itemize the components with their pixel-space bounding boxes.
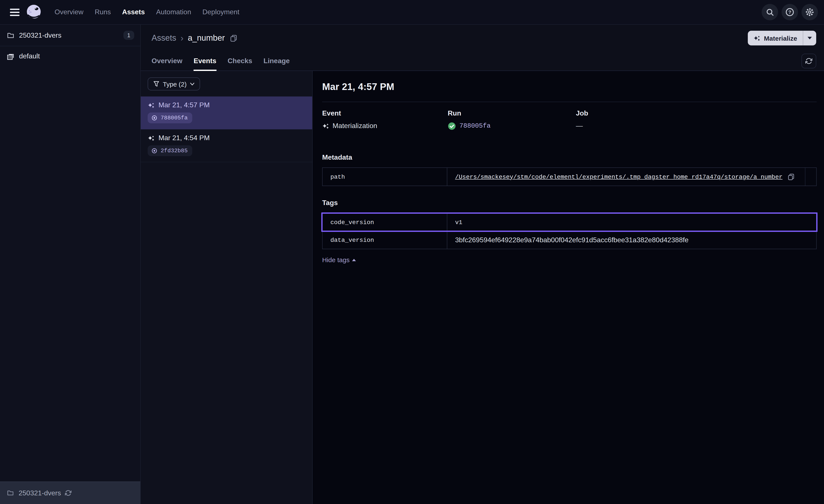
tags-table: code_version v1 data_version 3bfc269594e…	[322, 213, 817, 249]
search-icon	[766, 8, 774, 16]
metadata-table: path /Users/smackesey/stm/code/elementl/…	[322, 167, 817, 186]
code-location-label: 250321-dvers	[19, 489, 61, 497]
type-filter-button[interactable]: Type (2)	[148, 78, 200, 91]
materialization-sparkle-icon	[148, 102, 154, 108]
metadata-row-actions	[805, 168, 816, 185]
sidebar-footer: 250321-dvers	[0, 482, 140, 504]
chevron-right-icon: ›	[181, 34, 183, 42]
asset-tabs: Overview Events Checks Lineage	[141, 51, 824, 71]
materialize-button[interactable]: Materialize	[748, 31, 803, 45]
breadcrumb-assets-link[interactable]: Assets	[151, 33, 176, 43]
tag-row-data-version: data_version 3bfc269594ef649228e9a74bab0…	[323, 231, 816, 249]
copy-asset-name-button[interactable]	[229, 33, 238, 43]
materialize-label: Materialize	[764, 34, 797, 42]
hide-tags-button[interactable]: Hide tags	[322, 256, 356, 263]
chevron-down-icon	[190, 83, 194, 86]
folder-icon	[7, 32, 14, 39]
primary-nav: Overview Runs Assets Automation Deployme…	[55, 8, 239, 16]
event-list-panel: Type (2)	[141, 71, 313, 504]
sidebar-group-label: 250321-dvers	[19, 31, 62, 39]
type-filter-label: Type (2)	[163, 80, 187, 88]
settings-button[interactable]	[802, 4, 818, 20]
caret-down-icon	[808, 37, 812, 39]
run-id: 2fd32b85	[161, 147, 188, 154]
materialization-sparkle-icon	[322, 123, 329, 129]
asset-groups-sidebar: 250321-dvers 1 default	[0, 25, 141, 504]
dagster-app: Overview Runs Assets Automation Deployme…	[0, 0, 824, 504]
event-type-value: Materialization	[332, 122, 377, 130]
materialize-dropdown-button[interactable]	[803, 31, 816, 45]
asset-count-badge: 1	[123, 30, 134, 40]
tab-events[interactable]: Events	[194, 57, 216, 71]
event-list-item[interactable]: Mar 21, 4:57 PM 788005fa	[141, 97, 312, 129]
metadata-heading: Metadata	[322, 154, 817, 161]
run-status-icon	[151, 147, 158, 154]
tab-lineage[interactable]: Lineage	[264, 57, 290, 71]
run-id: 788005fa	[161, 115, 188, 121]
reload-location-button[interactable]	[65, 490, 72, 496]
refresh-button[interactable]	[802, 54, 816, 69]
caret-up-icon	[352, 258, 356, 261]
hamburger-menu-button[interactable]	[7, 4, 22, 20]
metadata-path-link[interactable]: /Users/smackesey/stm/code/elementl/exper…	[455, 173, 783, 180]
svg-text:?: ?	[788, 9, 791, 15]
sidebar-item-label: default	[19, 52, 40, 60]
nav-item-deployment[interactable]: Deployment	[202, 8, 239, 16]
divider	[322, 102, 817, 102]
tag-value: 3bfc269594ef649228e9a74bab00f042efc91d5a…	[455, 236, 689, 244]
run-id-link[interactable]: 788005fa	[459, 122, 491, 130]
hide-tags-label: Hide tags	[322, 256, 350, 263]
topnav-actions: ?	[762, 4, 818, 20]
search-button[interactable]	[762, 4, 778, 20]
event-summary-grid: Event Materialization	[322, 109, 817, 130]
metadata-row: path /Users/smackesey/stm/code/elementl/…	[323, 168, 816, 185]
dagster-logo[interactable]	[25, 3, 42, 21]
nav-item-assets[interactable]: Assets	[122, 8, 145, 16]
event-timestamp: Mar 21, 4:57 PM	[159, 101, 210, 109]
event-column-label: Event	[322, 109, 448, 117]
run-column-label: Run	[448, 109, 576, 117]
gear-icon	[805, 8, 814, 16]
run-id-badge[interactable]: 788005fa	[148, 113, 193, 123]
sidebar-group-row[interactable]: 250321-dvers 1	[0, 25, 140, 46]
copy-icon	[788, 173, 795, 180]
run-success-check-icon	[448, 122, 456, 130]
metadata-key: path	[323, 168, 447, 185]
event-filter-bar: Type (2)	[141, 71, 312, 97]
tab-overview[interactable]: Overview	[151, 57, 182, 71]
event-details-panel: Mar 21, 4:57 PM Event	[313, 71, 824, 504]
help-icon: ?	[786, 8, 794, 16]
copy-path-button[interactable]	[787, 172, 796, 181]
metadata-section: Metadata path /Users/smackesey/stm/code/…	[322, 154, 817, 186]
materialize-sparkle-icon	[754, 35, 760, 41]
sync-icon	[65, 490, 72, 496]
sync-icon	[805, 57, 812, 65]
tab-checks[interactable]: Checks	[227, 57, 252, 71]
job-value: —	[576, 122, 583, 130]
help-button[interactable]: ?	[782, 4, 798, 20]
materialize-split-button: Materialize	[748, 31, 816, 45]
hamburger-icon	[10, 8, 19, 16]
sidebar-item-default[interactable]: default	[0, 46, 140, 66]
tag-key: data_version	[323, 232, 447, 249]
run-id-badge[interactable]: 2fd32b85	[148, 145, 193, 156]
dagster-octopus-icon	[25, 3, 42, 21]
nav-item-overview[interactable]: Overview	[55, 8, 83, 16]
tag-key: code_version	[323, 213, 447, 231]
tags-heading: Tags	[322, 199, 817, 207]
nav-item-runs[interactable]: Runs	[95, 8, 111, 16]
filter-funnel-icon	[153, 81, 159, 87]
copy-icon	[230, 34, 237, 42]
nav-item-automation[interactable]: Automation	[156, 8, 191, 16]
asset-header: Assets › a_number	[141, 25, 824, 71]
run-status-icon	[151, 115, 158, 121]
repo-icon	[7, 52, 14, 60]
tag-row-code-version: code_version v1	[323, 213, 816, 231]
event-list-item[interactable]: Mar 21, 4:54 PM 2fd32b85	[141, 129, 312, 162]
materialization-sparkle-icon	[148, 135, 154, 141]
job-column-label: Job	[576, 109, 817, 117]
asset-name: a_number	[188, 33, 225, 43]
top-nav: Overview Runs Assets Automation Deployme…	[0, 0, 824, 25]
event-detail-heading: Mar 21, 4:57 PM	[322, 81, 817, 93]
event-timestamp: Mar 21, 4:54 PM	[159, 134, 210, 142]
